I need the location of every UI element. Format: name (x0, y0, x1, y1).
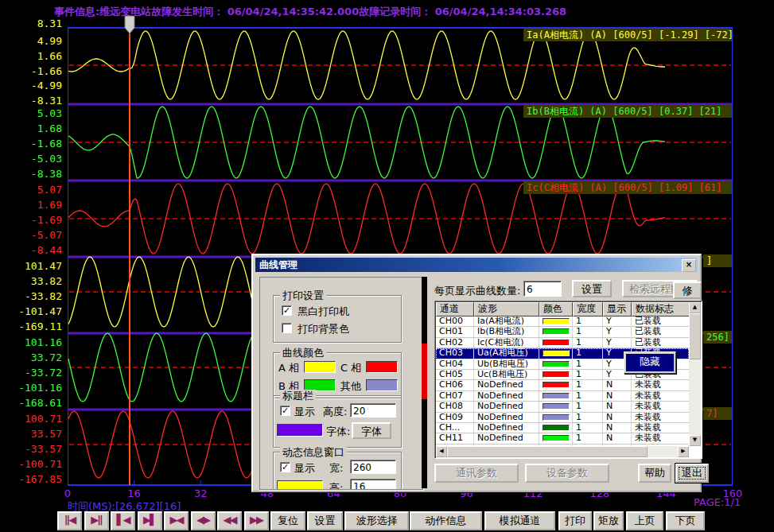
toolbar-button-3[interactable]: 波形选择 (344, 511, 409, 530)
table-cell: Ic(C相电流) (474, 338, 539, 348)
curve-manager-dialog: 曲线管理 × 打印设置 ✓ 黑白打印机 打印背景色 曲线颜色 A 相 C 相 B… (251, 254, 702, 492)
scroll-right-icon[interactable]: ▶ (678, 446, 689, 457)
table-cell: Ub(B相电压) (474, 359, 539, 369)
table-cell (539, 423, 573, 433)
titlebar-color-swatch[interactable] (277, 424, 323, 437)
horizontal-scroll-thumb[interactable] (447, 446, 648, 457)
context-menu-item-hide[interactable]: 隐藏 (626, 354, 674, 371)
y-axis-value: 1.68 (0, 123, 62, 134)
compress-x-icon[interactable]: ▶◀ (164, 511, 189, 530)
table-row-CH02[interactable]: CH02Ic(C相电流)1Y已装载 (436, 338, 689, 348)
x-tick-label: 16 (119, 487, 150, 499)
toolbar-button-2[interactable]: 设置 (307, 511, 343, 530)
titlebar-height-input[interactable] (350, 403, 396, 417)
phase-other-color-swatch[interactable] (366, 379, 398, 391)
scroll-left-icon[interactable]: ◀ (436, 446, 447, 457)
phase-a-label: A 相 (278, 361, 299, 375)
help-button[interactable]: 帮助 (638, 464, 671, 483)
info-window-title: 动态信息窗口 (280, 446, 347, 458)
modify-button[interactable]: 修改 (673, 282, 702, 299)
table-cell: CH11 (436, 433, 474, 443)
table-body: CH00Ia(A相电流)1Y已装载CH01Ib(B相电流)1Y已装载CH02Ic… (436, 316, 689, 446)
info-color-swatch[interactable] (277, 480, 323, 490)
fast-forward-icon[interactable]: ▶▶ (244, 511, 269, 530)
table-header-6[interactable]: 数据标志 (632, 302, 689, 316)
dialog-title: 曲线管理 (259, 259, 298, 270)
table-cell: NoDefined (474, 402, 539, 411)
table-header-4[interactable]: 宽度 (573, 302, 603, 316)
info-height-input[interactable] (350, 479, 396, 490)
table-vertical-scrollbar[interactable]: ▲ ▼ (689, 302, 701, 446)
table-row-CH06[interactable]: CH06NoDefined1N未装载 (436, 380, 689, 390)
table-cell: CH00 (436, 316, 474, 326)
toolbar-button-1[interactable]: 复位 (270, 511, 305, 530)
table-cell: 未装载 (632, 413, 689, 422)
expand-x-icon[interactable]: ◀▶ (191, 511, 216, 530)
bw-printer-checkbox[interactable]: ✓ (282, 305, 292, 316)
info-width-label: 宽: (329, 461, 343, 476)
y-axis-value: -101.16 (0, 382, 62, 394)
exit-button[interactable]: 退出 (675, 464, 709, 483)
table-cell: N (603, 391, 632, 401)
channel-table: 通道波形颜色宽度显示数据标志 CH00Ia(A相电流)1Y已装载CH01Ib(B… (434, 301, 702, 459)
info-height-label: 高: (329, 481, 343, 490)
font-button[interactable]: 字体 (352, 422, 391, 439)
toolbar-button-7[interactable]: 矩放 (593, 511, 624, 530)
toolbar-button-4[interactable]: 动作信息 (410, 511, 482, 530)
phase-c-color-swatch[interactable] (366, 361, 398, 373)
table-cell: 1 (573, 348, 603, 358)
table-cell: 未装载 (632, 391, 689, 401)
y-axis-value: -33.82 (0, 291, 62, 302)
set-button[interactable]: 设置 (572, 280, 612, 297)
table-horizontal-scrollbar[interactable]: ◀ ▶ (436, 446, 689, 457)
table-row-CH07[interactable]: CH07NoDefined1N未装载 (436, 391, 689, 402)
table-header-3[interactable]: 颜色 (539, 302, 573, 316)
print-bg-checkbox[interactable] (282, 323, 292, 333)
scroll-up-icon[interactable]: ▲ (689, 302, 701, 313)
fast-backward-icon[interactable]: ◀◀ (217, 511, 242, 530)
table-cell: N (603, 433, 632, 443)
toolbar-button-9[interactable]: 下页 (666, 511, 705, 530)
channel-label-Ia: Ia(A相电流) (A) [600/5] [-1.29] [-72] (523, 29, 732, 41)
toolbar-button-5[interactable]: 模拟通道 (484, 511, 555, 530)
per-page-input[interactable] (523, 281, 562, 297)
time-cursor-handle[interactable] (125, 16, 134, 33)
context-menu: 隐藏 (624, 351, 676, 374)
prev-marker-icon[interactable]: ▌◀ (111, 511, 135, 530)
goto-first-icon[interactable]: ||◀ (57, 511, 82, 530)
info-show-checkbox[interactable]: ✓ (280, 462, 290, 472)
y-axis-value: -167.85 (0, 474, 62, 485)
table-row-CH...[interactable]: CH...NoDefined1N未装载 (436, 423, 689, 433)
vertical-scroll-thumb[interactable] (689, 313, 701, 359)
row-color-swatch (543, 382, 570, 388)
info-window-group: 动态信息窗口 ✓ 显示 宽: 高: (273, 452, 402, 490)
table-cell: CH02 (436, 338, 474, 348)
goto-last-icon[interactable]: ▶|| (84, 511, 109, 530)
table-header-1[interactable]: 通道 (436, 302, 474, 316)
table-row-CH11[interactable]: CH11NoDefined1N未装载 (436, 433, 689, 444)
toolbar-button-8[interactable]: 上页 (626, 511, 663, 530)
table-row-CH00[interactable]: CH00Ia(A相电流)1Y已装载 (436, 316, 689, 327)
table-cell: 1 (573, 327, 603, 336)
y-axis-value: -100.71 (0, 459, 62, 470)
channel-label-partial-Ua: ] (703, 254, 732, 267)
device-params-button[interactable]: 设备参数 (525, 464, 609, 483)
phase-a-color-swatch[interactable] (304, 361, 336, 373)
table-header-2[interactable]: 波形 (474, 302, 539, 316)
scroll-down-icon[interactable]: ▼ (689, 435, 701, 446)
table-cell: CH06 (436, 380, 474, 390)
next-marker-icon[interactable]: ▶▌ (138, 511, 162, 530)
table-cell (539, 413, 573, 422)
table-cell: Y (603, 327, 632, 336)
dialog-titlebar[interactable]: 曲线管理 × (255, 258, 698, 272)
close-icon[interactable]: × (682, 259, 696, 272)
info-width-input[interactable] (350, 460, 396, 474)
titlebar-show-checkbox[interactable]: ✓ (280, 406, 290, 416)
table-row-CH09[interactable]: CH09NoDefined1N未装载 (436, 413, 689, 423)
comm-params-button[interactable]: 通讯参数 (434, 464, 519, 483)
table-cell (539, 433, 573, 443)
table-row-CH08[interactable]: CH08NoDefined1N未装载 (436, 402, 689, 412)
toolbar-button-6[interactable]: 打印 (558, 511, 592, 530)
table-header-5[interactable]: 显示 (603, 302, 632, 316)
table-row-CH01[interactable]: CH01Ib(B相电流)1Y已装载 (436, 327, 689, 337)
